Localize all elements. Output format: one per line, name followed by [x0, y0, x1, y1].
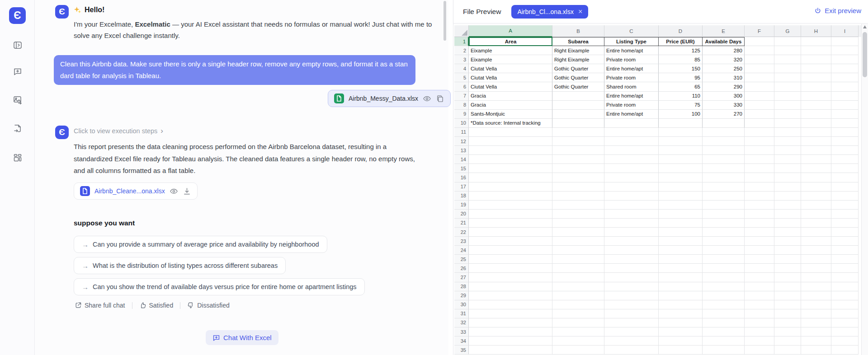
- cell-D17[interactable]: [659, 182, 703, 192]
- cell-H3[interactable]: [801, 55, 831, 64]
- cell-E22[interactable]: [703, 228, 745, 237]
- cell-B2[interactable]: Right Eixample: [552, 46, 604, 55]
- cell-I2[interactable]: [831, 46, 859, 55]
- row-number-12[interactable]: 12: [454, 137, 469, 146]
- cell-H30[interactable]: [801, 300, 831, 309]
- cell-F29[interactable]: [745, 291, 774, 300]
- cell-C33[interactable]: [604, 327, 659, 336]
- cell-I18[interactable]: [831, 192, 859, 201]
- cell-H13[interactable]: [801, 146, 831, 155]
- cell-F5[interactable]: [745, 73, 774, 82]
- cell-D24[interactable]: [659, 246, 703, 255]
- cell-B25[interactable]: [552, 255, 604, 264]
- cell-D32[interactable]: [659, 318, 703, 327]
- cell-I35[interactable]: [831, 346, 859, 355]
- cell-G22[interactable]: [774, 228, 801, 237]
- cell-B32[interactable]: [552, 318, 604, 327]
- cell-E24[interactable]: [703, 246, 745, 255]
- cell-I12[interactable]: [831, 137, 859, 146]
- row-number-18[interactable]: 18: [454, 192, 469, 201]
- cell-C10[interactable]: [604, 119, 659, 128]
- cell-E31[interactable]: [703, 309, 745, 318]
- cell-A24[interactable]: [469, 246, 552, 255]
- cell-A3[interactable]: Eixample: [469, 55, 552, 64]
- chat-scrollbar-thumb[interactable]: [443, 1, 446, 41]
- cell-H28[interactable]: [801, 282, 831, 291]
- row-number-20[interactable]: 20: [454, 210, 469, 219]
- cell-D18[interactable]: [659, 192, 703, 201]
- cell-F31[interactable]: [745, 309, 774, 318]
- copy-icon[interactable]: [436, 94, 444, 103]
- cell-G13[interactable]: [774, 146, 801, 155]
- cell-F11[interactable]: [745, 128, 774, 137]
- cell-I28[interactable]: [831, 282, 859, 291]
- cell-C8[interactable]: Private room: [604, 101, 659, 110]
- cell-B12[interactable]: [552, 137, 604, 146]
- cell-E26[interactable]: [703, 264, 745, 273]
- cell-A11[interactable]: [469, 128, 552, 137]
- cell-F16[interactable]: [745, 173, 774, 182]
- cell-C34[interactable]: [604, 336, 659, 346]
- cell-F20[interactable]: [745, 210, 774, 219]
- cell-A7[interactable]: Gracia: [469, 92, 552, 101]
- cell-D9[interactable]: 100: [659, 110, 703, 119]
- cell-D27[interactable]: [659, 273, 703, 282]
- cell-I19[interactable]: [831, 201, 859, 210]
- cell-E11[interactable]: [703, 128, 745, 137]
- cell-C7[interactable]: Entire home/apt: [604, 92, 659, 101]
- column-header-G[interactable]: G: [774, 25, 801, 37]
- cell-C18[interactable]: [604, 192, 659, 201]
- file-tab[interactable]: Airbnb_Cl...ona.xlsx ×: [511, 5, 588, 19]
- cell-C16[interactable]: [604, 173, 659, 182]
- cell-E10[interactable]: [703, 119, 745, 128]
- row-number-33[interactable]: 33: [454, 327, 469, 336]
- cell-F4[interactable]: [745, 64, 774, 73]
- cell-D1[interactable]: Price (EUR): [659, 37, 703, 46]
- cell-I34[interactable]: [831, 336, 859, 346]
- cell-H20[interactable]: [801, 210, 831, 219]
- cell-D11[interactable]: [659, 128, 703, 137]
- cell-D31[interactable]: [659, 309, 703, 318]
- cell-I1[interactable]: [831, 37, 859, 46]
- cell-H18[interactable]: [801, 192, 831, 201]
- cell-G11[interactable]: [774, 128, 801, 137]
- cell-I3[interactable]: [831, 55, 859, 64]
- cell-H14[interactable]: [801, 155, 831, 164]
- cell-C17[interactable]: [604, 182, 659, 192]
- satisfied-button[interactable]: Satisfied: [139, 302, 174, 309]
- cell-A28[interactable]: [469, 282, 552, 291]
- cell-G24[interactable]: [774, 246, 801, 255]
- cell-F30[interactable]: [745, 300, 774, 309]
- cell-E34[interactable]: [703, 336, 745, 346]
- cell-B5[interactable]: Gothic Quarter: [552, 73, 604, 82]
- cell-I20[interactable]: [831, 210, 859, 219]
- cell-G2[interactable]: [774, 46, 801, 55]
- cell-B7[interactable]: [552, 92, 604, 101]
- cell-F33[interactable]: [745, 327, 774, 336]
- cell-C22[interactable]: [604, 228, 659, 237]
- cell-A8[interactable]: Gracia: [469, 101, 552, 110]
- cell-I16[interactable]: [831, 173, 859, 182]
- cell-C6[interactable]: Shared room: [604, 82, 659, 91]
- cell-D3[interactable]: 85: [659, 55, 703, 64]
- dissatisfied-button[interactable]: Dissatisfied: [187, 302, 230, 309]
- cell-H4[interactable]: [801, 64, 831, 73]
- cell-B8[interactable]: [552, 101, 604, 110]
- share-full-chat-button[interactable]: Share full chat: [75, 302, 125, 309]
- cell-G31[interactable]: [774, 309, 801, 318]
- cell-H25[interactable]: [801, 255, 831, 264]
- cell-C4[interactable]: Entire home/apt: [604, 64, 659, 73]
- cell-F6[interactable]: [745, 82, 774, 91]
- cell-I22[interactable]: [831, 228, 859, 237]
- row-number-31[interactable]: 31: [454, 309, 469, 318]
- cell-C12[interactable]: [604, 137, 659, 146]
- cell-B1[interactable]: Subarea: [552, 37, 604, 46]
- cell-I29[interactable]: [831, 291, 859, 300]
- cell-G9[interactable]: [774, 110, 801, 119]
- cell-F7[interactable]: [745, 92, 774, 101]
- image-converter-icon[interactable]: [13, 95, 23, 105]
- cell-H27[interactable]: [801, 273, 831, 282]
- sheet-scrollbar-thumb[interactable]: [863, 32, 867, 77]
- cell-G10[interactable]: [774, 119, 801, 128]
- cell-D25[interactable]: [659, 255, 703, 264]
